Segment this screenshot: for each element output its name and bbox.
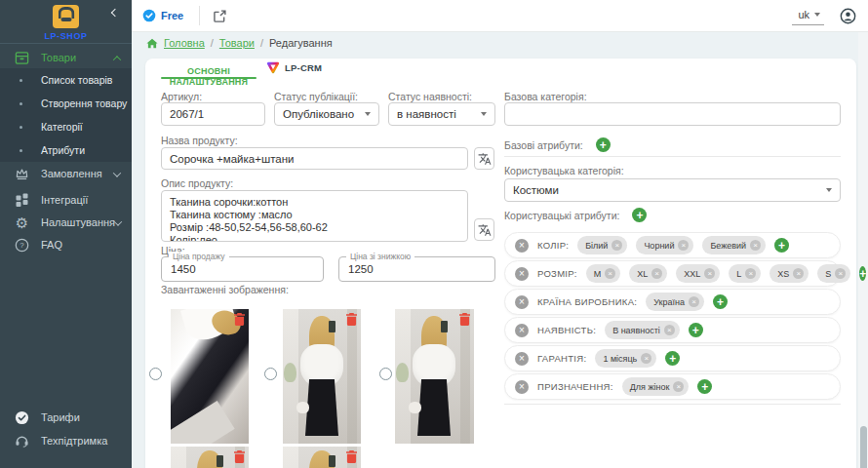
sidebar-item-faq[interactable]: ? FAQ xyxy=(0,233,132,256)
stock-status-select[interactable]: в наявності xyxy=(388,102,495,126)
delete-image-button[interactable] xyxy=(346,313,357,326)
remove-attribute-button[interactable]: × xyxy=(515,267,529,281)
tab-main-settings[interactable]: ОСНОВНІ НАЛАШТУВАННЯ xyxy=(161,64,256,88)
breadcrumb: Головна / Товари / Редагування xyxy=(146,37,333,49)
breadcrumb-home-link[interactable]: Головна xyxy=(164,37,205,49)
active-tab-underline xyxy=(161,77,256,79)
image-radio-3[interactable] xyxy=(379,368,392,380)
price-discount-label: Ціна зі знижкою xyxy=(346,252,414,261)
remove-value-icon[interactable]: × xyxy=(651,268,662,279)
remove-value-icon[interactable]: × xyxy=(664,325,675,335)
sidebar-subitem-attributes[interactable]: Атрибути xyxy=(0,138,132,162)
remove-value-icon[interactable]: × xyxy=(835,268,846,279)
sidebar-item-label: Інтеграції xyxy=(41,194,88,206)
custom-category-select[interactable]: Костюми xyxy=(504,178,841,202)
attribute-row-color: × КОЛІР: Білий× Чорний× Бежевий× + xyxy=(504,232,841,258)
remove-attribute-button[interactable]: × xyxy=(515,352,529,366)
description-textarea[interactable]: Тканина сорочки:коттон Тканина костюму :… xyxy=(161,190,468,242)
sidebar: LP-SHOP Товари Список товарів Створення … xyxy=(0,0,132,468)
attribute-value: XXL xyxy=(684,269,700,279)
remove-value-icon[interactable]: × xyxy=(673,381,684,392)
page-scrollbar[interactable] xyxy=(858,0,868,468)
attribute-value: Чорний xyxy=(644,241,674,251)
check-circle-icon xyxy=(14,410,30,425)
base-attributes-label: Базові атрибути: xyxy=(504,139,583,151)
headset-icon xyxy=(14,434,30,448)
add-value-button[interactable]: + xyxy=(697,379,712,394)
translate-name-button[interactable] xyxy=(474,147,494,170)
description-label: Опис продукту: xyxy=(161,177,233,189)
sku-input[interactable]: 2067/1 xyxy=(161,102,265,126)
product-image-4[interactable] xyxy=(171,447,249,468)
price-discount-input[interactable]: Ціна зі знижкою 1250 xyxy=(338,256,495,282)
chevron-down-icon xyxy=(365,112,371,116)
add-value-button[interactable]: + xyxy=(774,238,789,253)
remove-value-icon[interactable]: × xyxy=(704,268,715,279)
sidebar-item-products[interactable]: Товари xyxy=(0,46,132,69)
sidebar-collapse-button[interactable] xyxy=(108,6,122,20)
publish-status-select[interactable]: Опубліковано xyxy=(274,102,379,126)
sidebar-subitem-product-list[interactable]: Список товарів xyxy=(0,68,132,92)
scrollbar-thumb[interactable] xyxy=(860,426,867,468)
sidebar-item-settings[interactable]: ⚙ Налаштування xyxy=(0,211,132,234)
attribute-value: Білий xyxy=(585,241,608,251)
home-icon[interactable] xyxy=(146,38,158,49)
delete-image-button[interactable] xyxy=(459,313,470,326)
attribute-name: ГАРАНТІЯ: xyxy=(537,353,586,364)
remove-value-icon[interactable]: × xyxy=(745,268,756,279)
add-value-button[interactable]: + xyxy=(859,266,866,281)
remove-value-icon[interactable]: × xyxy=(641,353,651,364)
delete-image-button[interactable] xyxy=(234,313,245,326)
base-category-input[interactable] xyxy=(504,102,841,126)
remove-attribute-button[interactable]: × xyxy=(515,324,529,337)
product-image-3[interactable] xyxy=(395,309,474,444)
stock-status-label: Статус наявності: xyxy=(388,91,472,102)
sidebar-item-orders[interactable]: Замовлення xyxy=(0,162,132,185)
sidebar-subitem-create-product[interactable]: Створення товару xyxy=(0,92,132,115)
language-select[interactable]: uk xyxy=(792,7,824,25)
product-image-1[interactable] xyxy=(171,309,249,444)
subitem-label: Створення товару xyxy=(41,98,127,109)
translate-description-button[interactable] xyxy=(474,218,494,241)
chevron-down-icon xyxy=(826,188,832,192)
remove-value-icon[interactable]: × xyxy=(793,268,804,279)
chevron-down-icon xyxy=(814,13,820,17)
remove-attribute-button[interactable]: × xyxy=(515,380,529,394)
add-base-attribute-button[interactable]: + xyxy=(596,137,611,152)
custom-category-label: Користувацька категорія: xyxy=(504,165,624,176)
remove-attribute-button[interactable]: × xyxy=(515,295,529,309)
open-shop-button[interactable] xyxy=(214,10,226,22)
image-radio-2[interactable] xyxy=(264,368,277,380)
sidebar-item-integrations[interactable]: Інтеграції xyxy=(0,188,132,212)
product-image-2[interactable] xyxy=(283,309,361,444)
delete-image-button[interactable] xyxy=(346,450,357,463)
attribute-value-pill: XXL× xyxy=(676,264,720,283)
delete-image-button[interactable] xyxy=(234,450,245,463)
remove-value-icon[interactable]: × xyxy=(605,268,615,279)
add-custom-attribute-button[interactable]: + xyxy=(632,208,647,222)
remove-value-icon[interactable]: × xyxy=(678,240,689,251)
sidebar-item-support[interactable]: Техпідтримка xyxy=(0,429,132,452)
chevron-down-icon xyxy=(481,112,487,116)
product-name-input[interactable]: Сорочка +майка+штани xyxy=(161,147,468,170)
remove-attribute-button[interactable]: × xyxy=(515,239,529,253)
plan-badge[interactable]: Free xyxy=(142,9,183,22)
attribute-value-pill: L× xyxy=(729,264,761,283)
account-menu-button[interactable] xyxy=(840,8,856,24)
remove-value-icon[interactable]: × xyxy=(612,240,622,251)
price-sell-label: Ціна продажу xyxy=(169,252,229,261)
add-value-button[interactable]: + xyxy=(689,323,703,337)
shop-bag-logo-icon xyxy=(53,5,79,28)
remove-value-icon[interactable]: × xyxy=(689,296,699,307)
image-radio-1[interactable] xyxy=(149,368,162,380)
tab-lp-crm[interactable]: LP-CRM xyxy=(266,61,322,74)
product-image-5[interactable] xyxy=(283,447,361,468)
sidebar-subitem-categories[interactable]: Категорії xyxy=(0,115,132,138)
svg-text:?: ? xyxy=(20,241,24,250)
price-sell-input[interactable]: Ціна продажу 1450 xyxy=(161,256,324,282)
remove-value-icon[interactable]: × xyxy=(750,240,761,251)
sidebar-item-tariffs[interactable]: Тарифи xyxy=(0,406,132,429)
breadcrumb-products-link[interactable]: Товари xyxy=(219,37,255,49)
add-value-button[interactable]: + xyxy=(665,351,680,366)
add-value-button[interactable]: + xyxy=(713,294,728,309)
